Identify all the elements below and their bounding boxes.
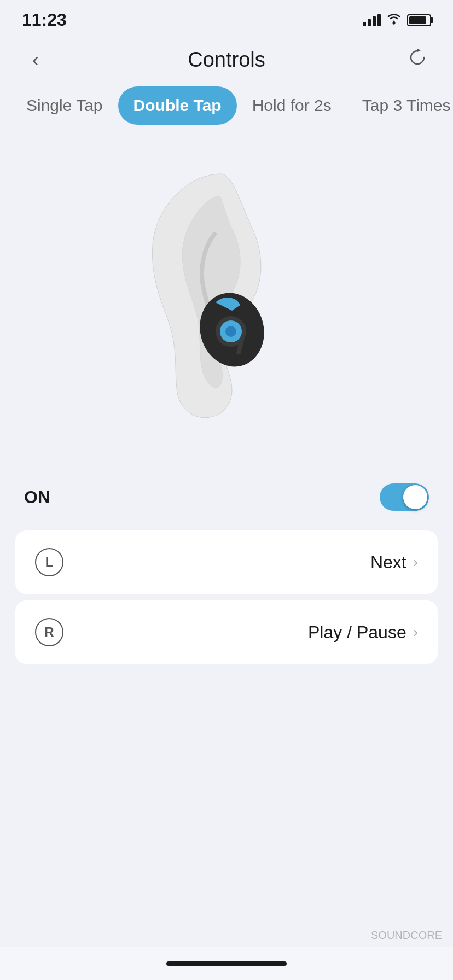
left-channel-value: Next: [370, 552, 406, 573]
right-channel-badge: R: [35, 618, 63, 646]
tab-bar: Single Tap Double Tap Hold for 2s Tap 3 …: [0, 86, 453, 136]
wifi-icon: [386, 13, 402, 28]
tab-hold-2s[interactable]: Hold for 2s: [237, 86, 347, 125]
left-channel-left: L: [35, 548, 63, 576]
status-time: 11:23: [22, 10, 67, 30]
left-channel-row[interactable]: L Next ›: [15, 530, 438, 594]
nav-header: ‹ Controls: [0, 36, 453, 86]
ear-illustration: [0, 136, 453, 464]
right-channel-chevron-icon: ›: [413, 623, 418, 641]
watermark: SOUNDCORE: [371, 929, 442, 942]
svg-point-4: [225, 326, 236, 337]
left-channel-chevron-icon: ›: [413, 553, 418, 571]
left-channel-right: Next ›: [370, 552, 418, 573]
toggle-knob: [403, 485, 427, 509]
refresh-button[interactable]: [404, 46, 431, 73]
home-indicator: [166, 961, 287, 966]
status-bar: 11:23: [0, 0, 453, 36]
battery-icon: [407, 14, 431, 26]
right-channel-value: Play / Pause: [308, 622, 406, 643]
tab-single-tap[interactable]: Single Tap: [11, 86, 118, 125]
control-rows: L Next › R Play / Pause ›: [0, 530, 453, 664]
status-icons: [363, 13, 431, 28]
right-channel-row[interactable]: R Play / Pause ›: [15, 600, 438, 664]
main-content: ON L Next › R Play / Pause ›: [0, 136, 453, 664]
svg-point-0: [393, 21, 396, 24]
tab-tap-3-times[interactable]: Tap 3 Times: [347, 86, 453, 125]
back-button[interactable]: ‹: [22, 49, 49, 72]
home-indicator-area: [0, 947, 453, 980]
on-label: ON: [24, 487, 50, 508]
left-channel-badge: L: [35, 548, 63, 576]
toggle-switch[interactable]: [380, 483, 429, 511]
right-channel-right: Play / Pause ›: [308, 622, 418, 643]
tab-double-tap[interactable]: Double Tap: [118, 86, 237, 125]
signal-icon: [363, 14, 381, 26]
right-channel-left: R: [35, 618, 63, 646]
page-title: Controls: [188, 48, 265, 72]
on-toggle-section: ON: [0, 464, 453, 530]
